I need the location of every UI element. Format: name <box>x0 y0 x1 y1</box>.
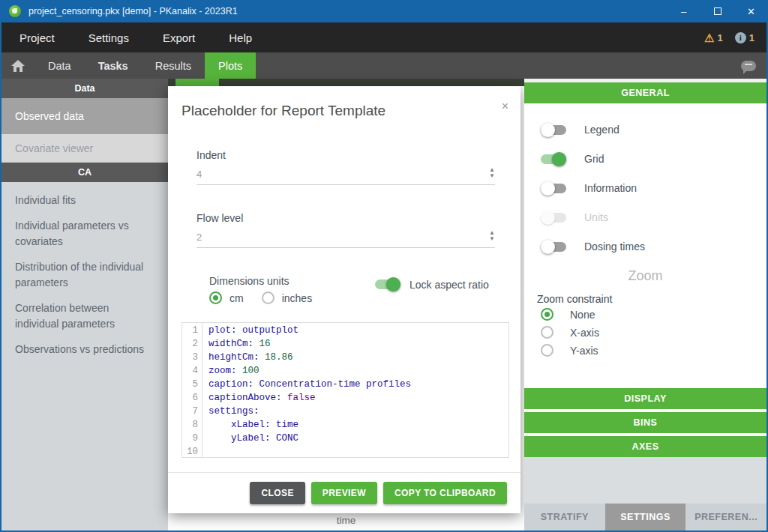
code-token: heightCm: <box>208 352 260 363</box>
code-token: Concentration-time profiles <box>254 379 411 390</box>
flow-level-field-group: Flow level 2 ▲ ▼ <box>196 212 495 248</box>
line-number: 9 <box>182 432 198 445</box>
lock-aspect-toggle[interactable] <box>375 277 400 291</box>
section-axes[interactable]: AXES <box>524 436 766 457</box>
panel-empty-zone <box>524 457 766 504</box>
warning-badge[interactable]: ⚠ 1 <box>704 32 723 43</box>
sidebar-item-observations-vs-predictions[interactable]: Observations vs predictions <box>15 342 148 357</box>
dialog-title: Placeholder for Report Template <box>182 103 386 119</box>
close-button[interactable]: CLOSE <box>250 482 304 504</box>
toggle-knob <box>386 277 400 291</box>
flow-level-input[interactable]: 2 ▲ ▼ <box>196 232 495 248</box>
home-button[interactable] <box>2 52 34 79</box>
code-line: plot: outputplot <box>208 324 508 337</box>
stepper-up-icon[interactable]: ▲ <box>489 230 495 235</box>
sidebar-item-correlation-indiv-params[interactable]: Correlation between individual parameter… <box>15 300 148 332</box>
radio-zoom-none-label[interactable]: None <box>570 309 595 321</box>
code-token <box>208 433 231 444</box>
app-logo-icon <box>9 5 21 17</box>
sidebar-section-data: Data <box>2 79 168 98</box>
line-number: 3 <box>182 351 198 364</box>
sidebar-item-individual-fits[interactable]: Individual fits <box>15 193 148 208</box>
maximize-button[interactable] <box>700 0 734 22</box>
radio-zoom-none[interactable] <box>541 308 554 321</box>
radio-inches[interactable] <box>262 291 274 304</box>
feedback-bubble-icon[interactable] <box>741 61 756 71</box>
dialog-close-icon[interactable]: × <box>502 100 508 113</box>
plot-x-axis-label: time <box>168 515 524 526</box>
section-general[interactable]: GENERAL <box>524 82 766 103</box>
flow-level-stepper[interactable]: ▲ ▼ <box>489 230 495 241</box>
tab-preferences[interactable]: PREFEREN... <box>686 504 766 531</box>
indent-input[interactable]: 4 ▲ ▼ <box>196 169 495 185</box>
grid-toggle[interactable] <box>541 152 566 166</box>
menu-export[interactable]: Export <box>147 31 211 44</box>
indent-stepper[interactable]: ▲ ▼ <box>489 167 495 178</box>
section-bins[interactable]: BINS <box>524 412 766 433</box>
code-token: plot: <box>208 325 237 336</box>
section-display[interactable]: DISPLAY <box>524 388 766 409</box>
information-toggle[interactable] <box>541 181 566 196</box>
sidebar-section-ca: CA <box>2 163 168 182</box>
code-token: settings: <box>208 406 260 417</box>
close-window-button[interactable]: ✕ <box>734 0 768 22</box>
dosing-times-toggle[interactable] <box>541 240 566 254</box>
general-toggles: Legend Grid Information Units <box>524 103 766 268</box>
code-token: 18.86 <box>260 352 293 363</box>
panel-bottom-tabs: STRATIFY SETTINGS PREFEREN... <box>524 504 766 531</box>
stepper-down-icon[interactable]: ▼ <box>489 173 495 178</box>
code-line: captionAbove: false <box>208 391 508 405</box>
code-token: zoom: <box>208 366 237 376</box>
radio-cm-label[interactable]: cm <box>230 292 244 304</box>
code-token: caption: <box>208 379 254 390</box>
menu-project[interactable]: Project <box>4 31 70 44</box>
tab-stratify[interactable]: STRATIFY <box>524 504 605 531</box>
sidebar-item-indiv-params-vs-covariates[interactable]: Individual parameters vs covariates <box>15 218 148 250</box>
info-badge[interactable]: i 1 <box>735 32 754 43</box>
plots-sidebar: Data Observed data Covariate viewer CA I… <box>2 79 168 531</box>
report-placeholder-dialog: Placeholder for Report Template × Indent… <box>168 86 520 513</box>
sidebar-item-observed-data[interactable]: Observed data <box>2 98 168 134</box>
copy-to-clipboard-button[interactable]: COPY TO CLIPBOARD <box>383 482 507 504</box>
toggle-knob <box>541 240 555 254</box>
code-line: caption: Concentration-time profiles <box>208 378 508 391</box>
radio-inches-label[interactable]: inches <box>282 292 312 304</box>
info-icon: i <box>735 32 746 43</box>
radio-zoom-y-axis[interactable] <box>541 344 554 357</box>
editor-gutter: 12345678910 <box>182 323 202 457</box>
tab-plots[interactable]: Plots <box>205 52 256 79</box>
tab-data[interactable]: Data <box>34 52 85 79</box>
code-token: CONC <box>271 433 299 444</box>
maximize-icon <box>714 7 722 15</box>
indent-label: Indent <box>196 149 495 161</box>
line-number: 1 <box>182 324 198 337</box>
radio-zoom-x-axis[interactable] <box>541 326 554 339</box>
sidebar-item-covariate-viewer[interactable]: Covariate viewer <box>2 134 168 163</box>
yaml-code-editor[interactable]: 12345678910 plot: outputplotwidthCm: 16h… <box>182 322 509 458</box>
stepper-down-icon[interactable]: ▼ <box>489 236 495 241</box>
stepper-up-icon[interactable]: ▲ <box>489 167 495 172</box>
grid-toggle-row: Grid <box>541 151 766 166</box>
tab-settings[interactable]: SETTINGS <box>605 504 686 531</box>
legend-toggle[interactable] <box>541 123 566 137</box>
line-number: 8 <box>182 418 198 432</box>
radio-zoom-y-axis-label[interactable]: Y-axis <box>570 345 598 357</box>
sidebar-item-distribution-indiv-params[interactable]: Distribution of the individual parameter… <box>15 259 148 291</box>
editor-code-lines[interactable]: plot: outputplotwidthCm: 16heightCm: 18.… <box>202 323 508 457</box>
radio-cm[interactable] <box>209 291 222 304</box>
menu-settings[interactable]: Settings <box>73 31 145 44</box>
main-tabbar: Data Tasks Results Plots <box>2 52 766 79</box>
code-token: xLabel: <box>231 420 271 430</box>
tab-tasks[interactable]: Tasks <box>85 52 142 79</box>
menu-help[interactable]: Help <box>213 31 268 44</box>
minimize-button[interactable]: – <box>667 0 700 22</box>
preview-button[interactable]: PREVIEW <box>311 482 377 504</box>
menubar: Project Settings Export Help ⚠ 1 i 1 <box>2 22 766 52</box>
toggle-knob <box>552 152 566 166</box>
code-line: zoom: 100 <box>208 364 508 378</box>
radio-zoom-x-axis-label[interactable]: X-axis <box>570 327 599 339</box>
line-number: 7 <box>182 405 198 418</box>
tab-results[interactable]: Results <box>142 52 205 79</box>
code-line <box>208 445 508 458</box>
code-token: false <box>282 393 316 403</box>
